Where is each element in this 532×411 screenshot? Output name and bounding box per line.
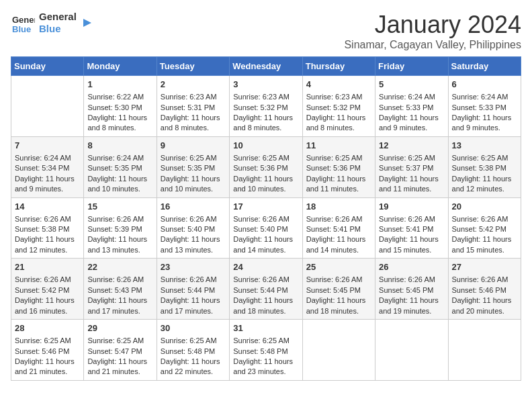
day-cell: 31Sunrise: 6:25 AMSunset: 5:48 PMDayligh… — [230, 320, 302, 381]
day-info: and 8 minutes. — [161, 123, 226, 133]
day-info: Sunrise: 6:23 AM — [233, 92, 298, 102]
day-info: Sunset: 5:48 PM — [233, 347, 298, 357]
day-info: Daylight: 11 hours — [306, 113, 371, 123]
day-info: Sunset: 5:44 PM — [233, 285, 298, 295]
day-cell: 7Sunrise: 6:24 AMSunset: 5:34 PMDaylight… — [11, 136, 84, 197]
day-cell: 16Sunrise: 6:26 AMSunset: 5:40 PMDayligh… — [157, 197, 229, 259]
day-info: and 19 minutes. — [379, 306, 444, 316]
logo: General Blue General Blue — [11, 11, 94, 35]
day-info: and 10 minutes. — [87, 184, 152, 194]
day-info: Sunrise: 6:26 AM — [379, 214, 444, 224]
day-info: Sunrise: 6:22 AM — [87, 92, 152, 102]
logo-icon: General Blue — [11, 11, 35, 35]
title-block: January 2024 Sinamar, Cagayan Valley, Ph… — [344, 11, 521, 51]
logo-blue: Blue — [39, 23, 77, 35]
day-info: Sunrise: 6:26 AM — [379, 275, 444, 285]
day-info: Sunset: 5:32 PM — [306, 103, 371, 113]
day-cell: 6Sunrise: 6:24 AMSunset: 5:33 PMDaylight… — [448, 76, 521, 137]
day-info: Sunset: 5:35 PM — [87, 163, 152, 173]
day-info: Daylight: 11 hours — [452, 295, 517, 306]
day-cell: 2Sunrise: 6:23 AMSunset: 5:31 PMDaylight… — [157, 76, 229, 137]
day-number: 18 — [306, 201, 371, 213]
day-info: Sunset: 5:38 PM — [452, 163, 517, 173]
logo-arrow-icon — [81, 16, 94, 30]
day-info: Sunset: 5:31 PM — [161, 103, 226, 113]
day-cell: 21Sunrise: 6:26 AMSunset: 5:42 PMDayligh… — [11, 259, 84, 320]
day-info: Sunset: 5:33 PM — [379, 103, 444, 113]
day-info: Sunrise: 6:25 AM — [15, 336, 80, 346]
day-cell: 10Sunrise: 6:25 AMSunset: 5:36 PMDayligh… — [230, 136, 302, 197]
day-number: 11 — [306, 140, 371, 152]
day-number: 12 — [379, 140, 444, 152]
day-info: Sunrise: 6:25 AM — [87, 336, 152, 346]
day-cell: 13Sunrise: 6:25 AMSunset: 5:38 PMDayligh… — [448, 136, 521, 197]
day-info: Sunset: 5:30 PM — [87, 103, 152, 113]
day-info: Daylight: 11 hours — [161, 113, 226, 123]
day-info: Sunset: 5:42 PM — [452, 224, 517, 234]
day-info: Sunrise: 6:25 AM — [379, 153, 444, 163]
day-cell — [11, 76, 84, 137]
day-cell: 11Sunrise: 6:25 AMSunset: 5:36 PMDayligh… — [302, 136, 375, 197]
day-number: 22 — [87, 261, 152, 273]
day-info: Daylight: 11 hours — [87, 113, 152, 123]
day-info: Daylight: 11 hours — [87, 174, 152, 184]
day-info: Sunrise: 6:25 AM — [233, 336, 298, 346]
day-info: and 16 minutes. — [15, 306, 80, 316]
day-cell: 4Sunrise: 6:23 AMSunset: 5:32 PMDaylight… — [302, 76, 375, 137]
week-row-1: 1Sunrise: 6:22 AMSunset: 5:30 PMDaylight… — [11, 76, 521, 137]
day-info: Daylight: 11 hours — [15, 234, 80, 244]
day-cell: 25Sunrise: 6:26 AMSunset: 5:45 PMDayligh… — [302, 259, 375, 320]
day-info: Sunrise: 6:24 AM — [87, 153, 152, 163]
day-info: and 23 minutes. — [233, 367, 298, 377]
day-info: and 8 minutes. — [87, 123, 152, 133]
day-info: and 9 minutes. — [379, 123, 444, 133]
day-number: 28 — [15, 322, 80, 334]
day-info: Sunrise: 6:23 AM — [306, 92, 371, 102]
day-info: Sunset: 5:45 PM — [306, 285, 371, 295]
day-info: Daylight: 11 hours — [379, 174, 444, 184]
day-cell — [375, 320, 448, 381]
logo-general: General — [39, 11, 77, 23]
day-number: 6 — [452, 79, 517, 91]
day-info: and 20 minutes. — [452, 306, 517, 316]
day-number: 1 — [87, 79, 152, 91]
day-info: Sunset: 5:45 PM — [379, 285, 444, 295]
day-info: Sunset: 5:44 PM — [161, 285, 226, 295]
day-info: and 21 minutes. — [15, 367, 80, 377]
day-info: and 15 minutes. — [379, 245, 444, 255]
day-info: Sunrise: 6:25 AM — [161, 153, 226, 163]
day-cell: 20Sunrise: 6:26 AMSunset: 5:42 PMDayligh… — [448, 197, 521, 259]
week-row-2: 7Sunrise: 6:24 AMSunset: 5:34 PMDaylight… — [11, 136, 521, 197]
day-number: 25 — [306, 261, 371, 273]
day-cell: 29Sunrise: 6:25 AMSunset: 5:47 PMDayligh… — [84, 320, 157, 381]
day-info: and 11 minutes. — [379, 184, 444, 194]
day-number: 29 — [87, 322, 152, 334]
day-cell: 17Sunrise: 6:26 AMSunset: 5:40 PMDayligh… — [230, 197, 302, 259]
day-info: and 14 minutes. — [233, 245, 298, 255]
day-cell: 27Sunrise: 6:26 AMSunset: 5:46 PMDayligh… — [448, 259, 521, 320]
day-info: Sunset: 5:46 PM — [452, 285, 517, 295]
day-info: and 10 minutes. — [161, 184, 226, 194]
day-number: 31 — [233, 322, 298, 334]
day-info: Sunrise: 6:24 AM — [379, 92, 444, 102]
day-info: Daylight: 11 hours — [233, 295, 298, 306]
day-number: 4 — [306, 79, 371, 91]
day-info: Daylight: 11 hours — [306, 295, 371, 306]
day-info: Sunrise: 6:26 AM — [161, 275, 226, 285]
day-info: Sunrise: 6:26 AM — [233, 214, 298, 224]
header-tuesday: Tuesday — [157, 57, 229, 76]
day-info: and 13 minutes. — [161, 245, 226, 255]
day-info: and 10 minutes. — [233, 184, 298, 194]
header-sunday: Sunday — [11, 57, 84, 76]
day-number: 9 — [161, 140, 226, 152]
day-info: Daylight: 11 hours — [233, 174, 298, 184]
day-number: 20 — [452, 201, 517, 213]
day-info: Daylight: 11 hours — [161, 357, 226, 367]
day-number: 8 — [87, 140, 152, 152]
day-info: Sunrise: 6:25 AM — [306, 153, 371, 163]
day-info: Sunset: 5:39 PM — [87, 224, 152, 234]
header-friday: Friday — [375, 57, 448, 76]
day-cell: 8Sunrise: 6:24 AMSunset: 5:35 PMDaylight… — [84, 136, 157, 197]
day-number: 24 — [233, 261, 298, 273]
week-row-5: 28Sunrise: 6:25 AMSunset: 5:46 PMDayligh… — [11, 320, 521, 381]
